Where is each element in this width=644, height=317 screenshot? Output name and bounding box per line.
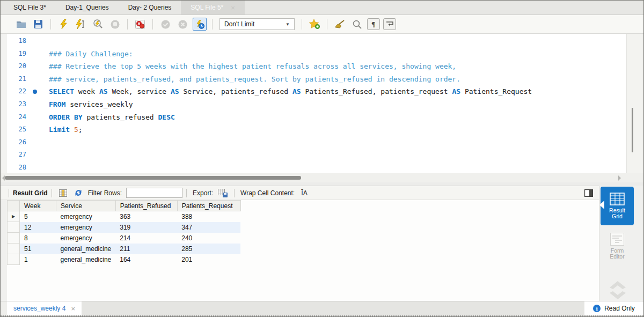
table-cell[interactable]: 8 xyxy=(20,233,56,244)
code-text: ### Daily Challenge: xyxy=(49,48,133,61)
code-line[interactable]: 27 xyxy=(1,149,626,161)
save-snippet-button[interactable] xyxy=(308,18,321,31)
toolbar-separator xyxy=(327,19,327,30)
row-header-cell[interactable] xyxy=(8,254,20,265)
column-header[interactable]: Week xyxy=(20,201,56,211)
toolbar-separator xyxy=(9,189,9,197)
table-row[interactable]: 1general_medicine164201 xyxy=(8,254,241,265)
rollback-x-icon xyxy=(178,20,187,29)
editor-horizontal-scrollbar[interactable] xyxy=(1,173,643,182)
table-row[interactable]: 51general_medicine211285 xyxy=(8,244,241,254)
collapse-side-panel-button[interactable] xyxy=(583,188,595,198)
toolbar-separator xyxy=(52,189,52,197)
column-header[interactable]: Patients_Request xyxy=(177,201,240,211)
code-line[interactable]: 20### Retrieve the top 5 weeks with the … xyxy=(1,60,626,73)
sql-code-editor[interactable]: 1819### Daily Challenge:20### Retrieve t… xyxy=(1,34,643,173)
editor-tab-1[interactable]: SQL File 3* xyxy=(4,1,56,14)
table-cell[interactable]: 12 xyxy=(20,222,56,233)
execute-script-button[interactable] xyxy=(56,18,70,31)
table-cell[interactable]: emergency xyxy=(56,222,116,233)
table-cell[interactable]: 211 xyxy=(115,244,177,254)
table-row[interactable]: 12emergency319347 xyxy=(8,222,241,233)
status-bar: services_weekly 4 × i Read Only xyxy=(1,301,643,316)
tab-close-icon[interactable]: × xyxy=(231,4,235,11)
table-cell[interactable]: 201 xyxy=(177,254,240,265)
table-cell[interactable]: emergency xyxy=(56,233,116,244)
line-marker-gutter xyxy=(26,149,49,161)
code-line[interactable]: 24ORDER BY patients_refused DESC xyxy=(1,111,626,124)
table-cell[interactable]: 214 xyxy=(115,233,177,244)
table-cell[interactable]: general_medicine xyxy=(56,244,116,254)
open-file-button[interactable] xyxy=(14,18,28,31)
stop-query-button[interactable] xyxy=(108,18,122,31)
table-cell[interactable]: 319 xyxy=(115,222,177,233)
table-cell[interactable]: 347 xyxy=(177,222,240,233)
wrap-cell-content-button[interactable]: ĪA xyxy=(298,188,310,198)
line-marker-gutter xyxy=(26,161,49,174)
table-cell[interactable]: 285 xyxy=(177,244,240,254)
form-editor-view-label: Form Editor xyxy=(604,248,631,260)
horizontal-scroll-thumb[interactable] xyxy=(5,176,301,180)
table-cell[interactable]: 5 xyxy=(20,211,56,222)
code-line[interactable]: 22SELECT week AS Week, service AS Servic… xyxy=(1,85,626,98)
result-table: WeekServicePatients_RefusedPatients_Requ… xyxy=(7,200,241,265)
execute-current-statement-button[interactable] xyxy=(74,18,87,31)
chevron-down-icon[interactable] xyxy=(610,291,626,299)
column-header[interactable]: Service xyxy=(56,201,116,211)
commit-button[interactable] xyxy=(158,18,172,31)
table-cell[interactable]: 388 xyxy=(177,211,240,222)
code-line[interactable]: 23FROM services_weekly xyxy=(1,98,626,111)
grid-columns-button[interactable] xyxy=(57,188,69,198)
row-header-cell[interactable] xyxy=(8,233,20,244)
scroll-right-arrow-icon[interactable] xyxy=(618,175,621,181)
code-line[interactable]: 19### Daily Challenge: xyxy=(1,48,626,61)
row-header-cell[interactable]: ▶ xyxy=(8,211,20,222)
row-header-cell[interactable] xyxy=(8,244,20,254)
code-line[interactable]: 28 xyxy=(1,161,626,174)
beautify-script-button[interactable] xyxy=(333,18,347,31)
grid-columns-icon xyxy=(59,189,67,197)
line-marker-gutter xyxy=(26,60,49,73)
chevron-up-icon[interactable] xyxy=(610,281,626,289)
editor-tab-2[interactable]: Day-1_Queries xyxy=(56,1,119,14)
code-text: ORDER BY patients_refused DESC xyxy=(49,111,175,124)
table-row[interactable]: 8emergency214240 xyxy=(8,233,241,244)
code-line[interactable]: 18 xyxy=(1,35,626,48)
rollback-button[interactable] xyxy=(175,18,189,31)
table-row[interactable]: ▶5emergency363388 xyxy=(8,211,241,222)
table-cell[interactable]: 164 xyxy=(115,254,177,265)
row-limit-dropdown[interactable]: Don't Limit ▼ xyxy=(219,18,295,30)
table-cell[interactable]: 51 xyxy=(20,244,56,254)
code-line[interactable]: 21### service, patients_refused, and pat… xyxy=(1,73,626,86)
toggle-autocommit-button[interactable] xyxy=(193,18,207,31)
filter-rows-input[interactable] xyxy=(126,188,182,198)
editor-vertical-scrollbar[interactable] xyxy=(626,34,643,173)
result-set-tab[interactable]: services_weekly 4 × xyxy=(7,301,82,315)
column-header[interactable]: Patients_Refused xyxy=(115,201,177,211)
explain-query-button[interactable] xyxy=(91,18,105,31)
vertical-scroll-thumb[interactable] xyxy=(632,108,633,152)
row-header-cell[interactable] xyxy=(8,222,20,233)
table-cell[interactable]: 363 xyxy=(115,211,177,222)
show-invisibles-button[interactable]: ¶ xyxy=(367,18,380,30)
save-button[interactable] xyxy=(31,18,45,31)
editor-tab-4[interactable]: SQL File 5*× xyxy=(181,1,245,14)
close-icon[interactable]: × xyxy=(71,305,75,313)
refresh-button[interactable] xyxy=(72,188,84,198)
export-button[interactable] xyxy=(217,188,229,198)
table-cell[interactable]: 240 xyxy=(177,233,240,244)
table-cell[interactable]: emergency xyxy=(56,211,116,222)
toggle-wrap-button[interactable] xyxy=(383,18,396,30)
code-line[interactable]: 26 xyxy=(1,136,626,149)
kill-query-button[interactable] xyxy=(133,18,147,31)
toolbar-separator xyxy=(212,19,213,30)
kill-query-icon xyxy=(135,20,145,29)
editor-tab-3[interactable]: Day- 2 Queries xyxy=(119,1,181,14)
table-cell[interactable]: general_medicine xyxy=(56,254,116,265)
form-editor-view-button[interactable]: Form Editor xyxy=(601,233,634,260)
line-number: 26 xyxy=(1,136,26,149)
result-grid-view-button[interactable]: Result Grid xyxy=(601,187,634,225)
table-cell[interactable]: 1 xyxy=(20,254,56,265)
code-line[interactable]: 25Limit 5; xyxy=(1,123,626,136)
find-button[interactable] xyxy=(350,18,364,31)
